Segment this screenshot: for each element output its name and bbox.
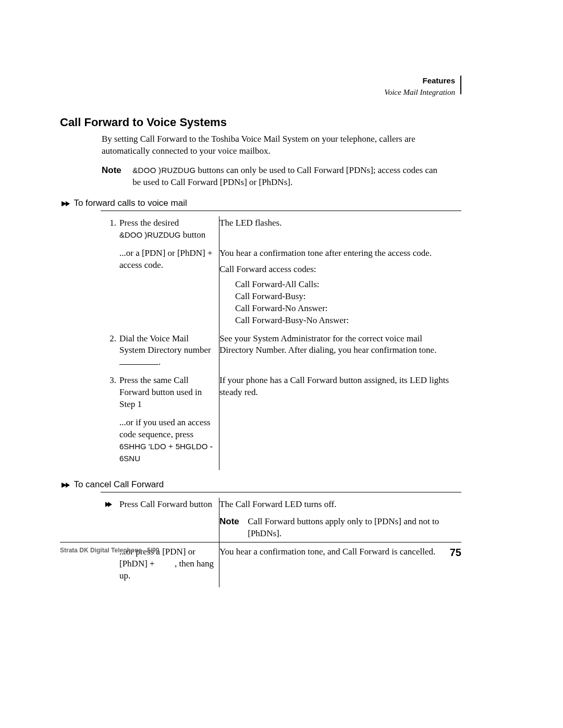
list-item: Call Forward-No Answer: xyxy=(235,303,458,315)
chapter-name: Features xyxy=(422,76,455,86)
page-number: 75 xyxy=(450,547,461,559)
procedure-title: To forward calls to voice mail xyxy=(74,198,187,208)
table-row: 2. Dial the Voice Mail System Directory … xyxy=(101,332,461,374)
step-result: The LED flashes. xyxy=(219,216,462,246)
note-body: &DOO )RUZDUG buttons can only be used to… xyxy=(132,165,445,189)
step-result: If your phone has a Call Forward button … xyxy=(219,374,462,416)
step-action: Press Call Forward button xyxy=(119,498,219,545)
intro-block: By setting Call Forward to the Toshiba V… xyxy=(102,133,461,189)
step-result: The Call Forward LED turns off. Note Cal… xyxy=(219,498,462,545)
note-body: Call Forward buttons apply only to [PDNs… xyxy=(248,516,456,540)
svg-marker-5 xyxy=(66,483,70,488)
svg-marker-7 xyxy=(108,502,112,507)
procedure-heading: To cancel Call Forward xyxy=(60,479,461,490)
table-row: 1. Press the desired &DOO )RUZDUG button… xyxy=(101,216,461,246)
arrow-icon xyxy=(60,198,71,208)
step-action: Press the same Call Forward button used … xyxy=(119,374,219,416)
procedure-heading: To forward calls to voice mail xyxy=(60,198,461,208)
arrow-icon xyxy=(60,479,71,490)
divider xyxy=(101,211,461,211)
table-row: ...or if you used an access code sequenc… xyxy=(101,416,461,470)
list-item: Call Forward-Busy-No Answer: xyxy=(235,315,458,327)
note-label: Note xyxy=(219,516,246,528)
table-row: Press Call Forward button The Call Forwa… xyxy=(101,498,461,545)
step-number: 1. xyxy=(101,216,119,246)
running-header: Features Voice Mail Integration xyxy=(60,76,461,97)
step-action: Press the desired &DOO )RUZDUG button xyxy=(119,216,219,246)
procedure-title: To cancel Call Forward xyxy=(74,479,164,489)
step-result: See your System Administrator for the co… xyxy=(219,332,462,374)
step-action: Dial the Voice Mail System Directory num… xyxy=(119,332,219,374)
step-number: 2. xyxy=(101,332,119,374)
footer-doc-title: Strata DK Digital Telephone 5/99 xyxy=(60,547,160,554)
svg-marker-2 xyxy=(66,201,70,206)
table-row: 3. Press the same Call Forward button us… xyxy=(101,374,461,416)
step-number: 3. xyxy=(101,374,119,416)
page-content: Features Voice Mail Integration Call For… xyxy=(60,76,461,587)
intro-paragraph: By setting Call Forward to the Toshiba V… xyxy=(102,133,461,157)
intro-note: Note &DOO )RUZDUG buttons can only be us… xyxy=(102,165,461,189)
page-title: Call Forward to Voice Systems xyxy=(60,116,461,129)
divider xyxy=(101,492,461,492)
step-table: 1. Press the desired &DOO )RUZDUG button… xyxy=(101,216,461,470)
list-item: Call Forward-Busy: xyxy=(235,291,458,303)
step-action-alt: ...or if you used an access code sequenc… xyxy=(119,416,219,470)
step-action-alt: ...or a [PDN] or [PhDN] + access code. xyxy=(119,246,219,332)
step-result-alt: You hear a confirmation tone after enter… xyxy=(219,246,462,332)
table-row: ...or a [PDN] or [PhDN] + access code. Y… xyxy=(101,246,461,332)
list-item: Call Forward-All Calls: xyxy=(235,279,458,291)
note-label: Note xyxy=(102,165,130,177)
section-name: Voice Mail Integration xyxy=(384,88,455,98)
garbled-text: &DOO )RUZDUG xyxy=(132,166,195,175)
page-footer: Strata DK Digital Telephone 5/99 75 xyxy=(60,542,461,559)
blank-line xyxy=(119,364,158,365)
arrow-icon xyxy=(104,499,113,511)
header-divider xyxy=(460,76,461,94)
